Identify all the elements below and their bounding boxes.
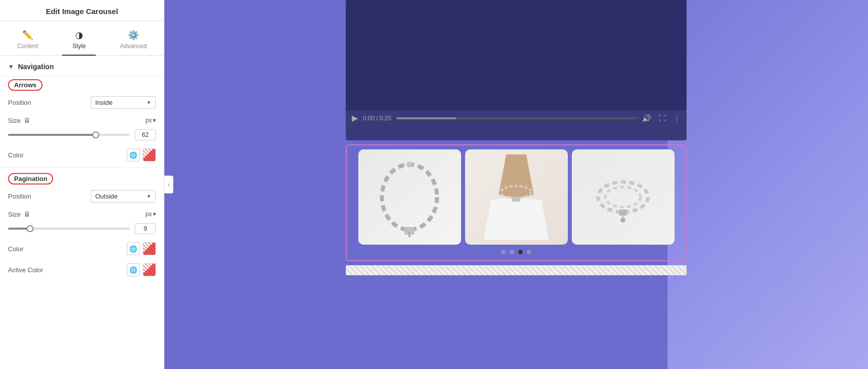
progress-fill xyxy=(396,117,457,119)
video-area: ▶ 0:00 / 0:20 🔊 ⛶ ⋮ xyxy=(346,0,687,140)
pagination-color-row: Color 🌐 xyxy=(0,238,164,259)
left-panel: Edit Image Carousel ✏️ Content ◑ Style ⚙… xyxy=(0,0,164,369)
pagination-slider-track[interactable] xyxy=(8,228,130,230)
tab-advanced-label: Advanced xyxy=(120,43,146,50)
active-color-row: Active Color 🌐 xyxy=(0,259,164,280)
carousel-container xyxy=(346,144,687,261)
arrows-position-label: Position xyxy=(8,99,31,106)
pagination-monitor-icon: 🖥 xyxy=(24,210,31,218)
dot-2[interactable] xyxy=(510,250,514,254)
dot-1[interactable] xyxy=(501,250,506,254)
pagination-globe-btn[interactable]: 🌐 xyxy=(127,242,140,255)
section-collapse-icon: ▼ xyxy=(8,63,14,70)
dropdown-arrow-icon: ▼ xyxy=(146,100,151,105)
time-display: 0:00 / 0:20 xyxy=(363,115,391,122)
pagination-size-label: Size xyxy=(8,211,21,218)
pagination-slider-thumb[interactable] xyxy=(27,225,34,232)
tab-style-label: Style xyxy=(72,43,86,50)
carousel-images xyxy=(351,149,682,245)
pagination-size-value[interactable]: 9 xyxy=(135,223,156,234)
pagination-px-unit[interactable]: px ▾ xyxy=(145,211,156,218)
pagination-size-row: Size 🖥 px ▾ xyxy=(0,207,164,221)
tab-style[interactable]: ◑ Style xyxy=(62,27,96,56)
pagination-color-controls: 🌐 xyxy=(127,242,156,255)
arrows-color-label: Color xyxy=(8,151,24,159)
unit-dropdown-arrow: ▾ xyxy=(153,117,156,124)
pagination-dropdown-arrow-icon: ▼ xyxy=(146,194,151,199)
arrows-position-row: Position Inside ▼ xyxy=(0,92,164,113)
navigation-section-label: Navigation xyxy=(18,63,54,71)
arrows-px-unit[interactable]: px ▾ xyxy=(145,117,156,124)
arrows-size-row: Size 🖥 px ▾ xyxy=(0,113,164,127)
panel-title: Edit Image Carousel xyxy=(0,0,164,21)
arrows-size-value[interactable]: 62 xyxy=(135,129,156,140)
tab-content-label: Content xyxy=(17,43,38,50)
arrows-slider-track[interactable] xyxy=(8,134,130,136)
svg-point-7 xyxy=(605,187,640,207)
carousel-dots xyxy=(351,250,682,256)
arrows-circled: Arrows xyxy=(8,79,156,91)
collapse-button[interactable]: ‹ xyxy=(164,175,173,194)
bottom-strip xyxy=(346,265,687,275)
advanced-icon: ⚙️ xyxy=(128,30,139,41)
arrows-position-value: Inside xyxy=(95,99,113,106)
arrows-globe-btn[interactable]: 🌐 xyxy=(127,148,140,161)
active-color-controls: 🌐 xyxy=(127,263,156,276)
volume-icon[interactable]: 🔊 xyxy=(642,114,652,123)
pagination-position-value: Outside xyxy=(95,193,118,200)
arrows-slider-fill xyxy=(8,134,96,136)
arrows-label: Arrows xyxy=(8,79,43,91)
video-ctrl-icons: 🔊 ⛶ ⋮ xyxy=(642,114,681,123)
pagination-slider-row: 9 xyxy=(0,221,164,238)
necklace-svg-3 xyxy=(583,154,663,240)
svg-point-3 xyxy=(406,161,412,167)
play-button[interactable]: ▶ xyxy=(352,113,358,123)
arrows-slider-row: 62 xyxy=(0,127,164,144)
active-color-label: Active Color xyxy=(8,266,43,274)
svg-rect-5 xyxy=(512,197,520,202)
carousel-item-3-inner xyxy=(572,149,675,245)
right-panel: ‹ ▶ 0:00 / 0:20 🔊 ⛶ ⋮ xyxy=(164,0,868,369)
active-globe-btn[interactable]: 🌐 xyxy=(127,263,140,276)
style-icon: ◑ xyxy=(75,30,83,41)
monitor-icon: 🖥 xyxy=(24,116,31,124)
pagination-color-swatch[interactable] xyxy=(143,242,156,255)
carousel-item-2-inner xyxy=(465,149,568,245)
navigation-section-header[interactable]: ▼ Navigation xyxy=(0,56,164,76)
arrows-color-controls: 🌐 xyxy=(127,148,156,161)
right-content: ▶ 0:00 / 0:20 🔊 ⛶ ⋮ xyxy=(164,0,868,275)
necklace-svg-1 xyxy=(369,154,450,240)
arrows-slider-thumb[interactable] xyxy=(92,131,99,138)
pagination-circled: Pagination xyxy=(8,173,156,184)
arrows-size-label: Size xyxy=(8,117,21,124)
arrows-color-row: Color 🌐 xyxy=(0,144,164,165)
tabs-row: ✏️ Content ◑ Style ⚙️ Advanced xyxy=(0,21,164,56)
fullscreen-icon[interactable]: ⛶ xyxy=(659,114,666,123)
progress-bar[interactable] xyxy=(396,117,637,119)
tab-content[interactable]: ✏️ Content xyxy=(7,27,48,56)
carousel-item-2 xyxy=(465,149,568,245)
arrows-position-dropdown[interactable]: Inside ▼ xyxy=(91,96,156,109)
carousel-item-1-inner xyxy=(358,149,461,245)
pagination-position-label: Position xyxy=(8,193,31,200)
necklace-svg-2 xyxy=(476,154,556,240)
pagination-unit-arrow: ▾ xyxy=(153,211,156,218)
pagination-label: Pagination xyxy=(8,173,53,184)
content-icon: ✏️ xyxy=(22,30,33,41)
dot-4[interactable] xyxy=(527,250,531,254)
arrows-color-swatch[interactable] xyxy=(143,148,156,161)
more-icon[interactable]: ⋮ xyxy=(673,114,681,123)
video-screen xyxy=(346,0,687,110)
tab-advanced[interactable]: ⚙️ Advanced xyxy=(110,27,156,56)
svg-point-10 xyxy=(620,218,625,223)
video-controls: ▶ 0:00 / 0:20 🔊 ⛶ ⋮ xyxy=(346,110,687,126)
active-color-swatch[interactable] xyxy=(143,263,156,276)
pagination-position-dropdown[interactable]: Outside ▼ xyxy=(91,190,156,203)
carousel-item-3 xyxy=(572,149,675,245)
pagination-position-row: Position Outside ▼ xyxy=(0,186,164,207)
carousel-item-1 xyxy=(358,149,461,245)
dot-3[interactable] xyxy=(518,250,523,254)
svg-point-0 xyxy=(382,164,437,230)
pagination-color-label: Color xyxy=(8,245,24,253)
